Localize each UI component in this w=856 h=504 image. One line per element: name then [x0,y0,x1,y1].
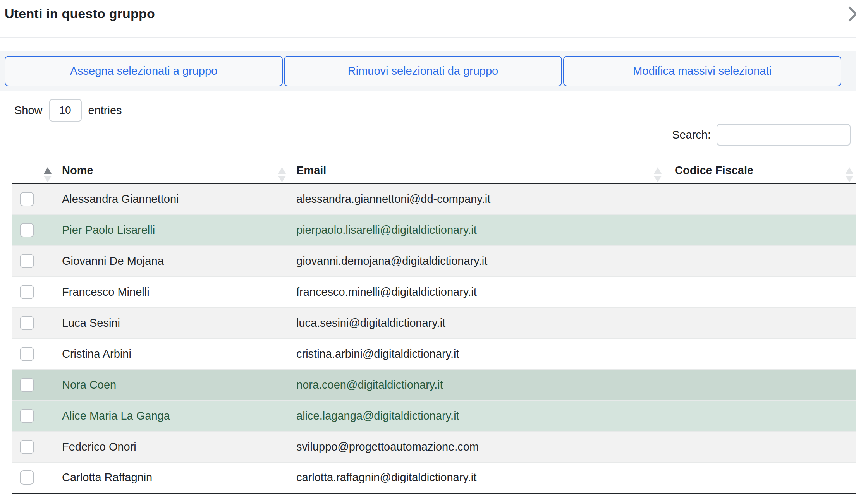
sort-icons [278,167,286,182]
cell-codice-fiscale [664,183,856,214]
cell-nome: Francesco Minelli [54,276,289,307]
column-header-codice-fiscale[interactable]: Codice Fiscale [664,156,856,183]
table-row[interactable]: Francesco Minelli francesco.minelli@digi… [12,276,856,307]
remove-selected-from-group-button[interactable]: Rimuovi selezionati da gruppo [284,56,562,86]
cell-codice-fiscale [664,462,856,493]
row-checkbox[interactable] [20,409,34,423]
cell-email: pierpaolo.lisarelli@digitaldictionary.it [289,214,664,245]
table-row[interactable]: Alice Maria La Ganga alice.laganga@digit… [12,400,856,431]
page-title: Utenti in questo gruppo [5,6,851,21]
cell-nome: Nora Coen [54,369,289,400]
sort-icons [44,167,52,182]
row-checkbox[interactable] [20,285,34,299]
table-row[interactable]: Cristina Arbini cristina.arbini@digitald… [12,338,856,369]
assign-selected-to-group-button[interactable]: Assegna selezionati a gruppo [5,56,283,86]
cell-email: luca.sesini@digitaldictionary.it [289,307,664,338]
table-row[interactable]: Luca Sesini luca.sesini@digitaldictionar… [12,307,856,338]
close-icon[interactable] [847,5,856,23]
row-checkbox[interactable] [20,440,34,454]
table-row[interactable]: Alessandra Giannettoni alessandra.gianne… [12,183,856,214]
cell-nome: Giovanni De Mojana [54,245,289,276]
entries-per-page-value: 10 [59,104,71,117]
cell-codice-fiscale [664,214,856,245]
users-table: Nome Email Codice Fiscale Alessandra Gia… [12,156,856,494]
column-header-select[interactable] [12,156,54,183]
cell-nome: Alice Maria La Ganga [54,400,289,431]
table-row[interactable]: Pier Paolo Lisarelli pierpaolo.lisarelli… [12,214,856,245]
cell-email: alessandra.giannettoni@dd-company.it [289,183,664,214]
action-button-bar: Assegna selezionati a gruppo Rimuovi sel… [0,51,856,91]
entries-per-page-select[interactable]: 10 [49,99,82,122]
show-label: Show [14,104,43,117]
row-checkbox[interactable] [20,347,34,361]
search-control: Search: [0,124,856,146]
modal-header: Utenti in questo gruppo [0,0,856,38]
row-checkbox[interactable] [20,378,34,392]
column-header-email[interactable]: Email [289,156,664,183]
column-header-nome[interactable]: Nome [54,156,289,183]
cell-nome: Pier Paolo Lisarelli [54,214,289,245]
table-row[interactable]: Giovanni De Mojana giovanni.demojana@dig… [12,245,856,276]
sort-icons [846,167,853,182]
cell-codice-fiscale [664,245,856,276]
cell-codice-fiscale [664,276,856,307]
entries-label: entries [88,104,122,117]
search-input[interactable] [717,124,851,146]
row-checkbox[interactable] [20,254,34,268]
cell-codice-fiscale [664,431,856,462]
cell-nome: Cristina Arbini [54,338,289,369]
cell-email: nora.coen@digitaldictionary.it [289,369,664,400]
search-label: Search: [672,129,711,141]
cell-nome: Federico Onori [54,431,289,462]
cell-email: sviluppo@progettoautomazione.com [289,431,664,462]
cell-nome: Carlotta Raffagnin [54,462,289,493]
row-checkbox[interactable] [20,470,34,485]
entries-length-control: Show 10 entries [14,99,856,122]
cell-email: giovanni.demojana@digitaldictionary.it [289,245,664,276]
cell-email: alice.laganga@digitaldictionary.it [289,400,664,431]
cell-email: francesco.minelli@digitaldictionary.it [289,276,664,307]
sort-icons [654,167,662,182]
cell-codice-fiscale [664,369,856,400]
cell-email: carlotta.raffagnin@digitaldictionary.it [289,462,664,493]
row-checkbox[interactable] [20,316,34,330]
row-checkbox[interactable] [20,223,34,237]
cell-codice-fiscale [664,400,856,431]
table-row[interactable]: Federico Onori sviluppo@progettoautomazi… [12,431,856,462]
cell-email: cristina.arbini@digitaldictionary.it [289,338,664,369]
cell-codice-fiscale [664,338,856,369]
users-table-body: Alessandra Giannettoni alessandra.gianne… [12,183,856,493]
table-row[interactable]: Nora Coen nora.coen@digitaldictionary.it [12,369,856,400]
table-row[interactable]: Carlotta Raffagnin carlotta.raffagnin@di… [12,462,856,493]
users-table-header: Nome Email Codice Fiscale [12,156,856,183]
cell-nome: Luca Sesini [54,307,289,338]
bulk-edit-selected-button[interactable]: Modifica massivi selezionati [563,56,841,86]
cell-nome: Alessandra Giannettoni [54,183,289,214]
row-checkbox[interactable] [20,192,34,206]
cell-codice-fiscale [664,307,856,338]
